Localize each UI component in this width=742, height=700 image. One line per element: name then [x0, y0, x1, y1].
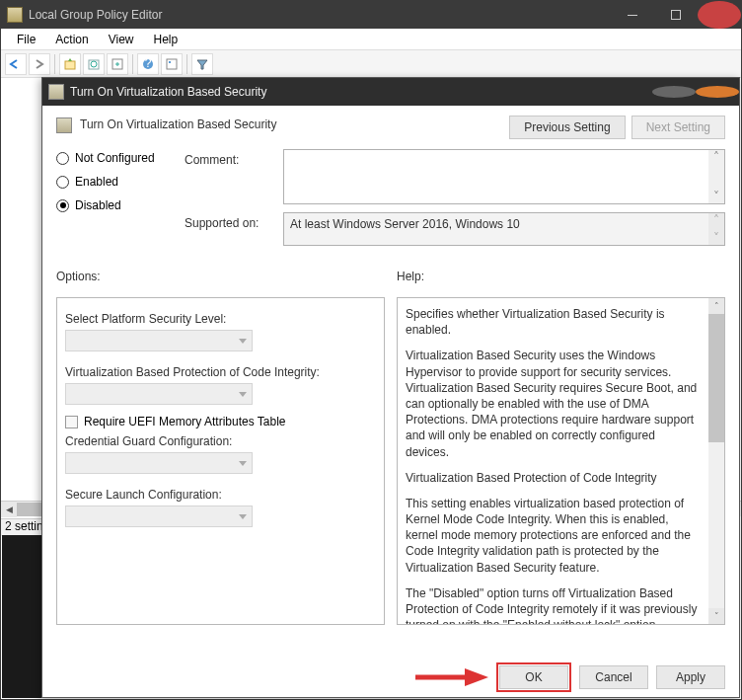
svg-marker-9: [465, 668, 488, 686]
option-securelaunch-label: Secure Launch Configuration:: [65, 488, 376, 502]
refresh-button[interactable]: [83, 53, 105, 75]
help-text: This setting enables virtualization base…: [406, 496, 701, 576]
scroll-up-icon[interactable]: ˄: [708, 298, 724, 314]
minimize-button[interactable]: [611, 1, 654, 29]
ok-highlight-box: OK: [496, 662, 571, 692]
supported-on-text: At least Windows Server 2016, Windows 10: [290, 217, 520, 231]
maximize-button[interactable]: [654, 1, 698, 29]
close-button[interactable]: [698, 1, 741, 29]
platform-level-combo[interactable]: [65, 330, 253, 351]
radio-disabled[interactable]: Disabled: [56, 198, 185, 212]
comment-label: Comment:: [185, 149, 283, 204]
comment-scrollbar[interactable]: ˄˅: [708, 150, 724, 203]
properties-button[interactable]: [161, 53, 183, 75]
annotation-arrow-icon: [411, 664, 490, 690]
help-text: Specifies whether Virtualization Based S…: [406, 306, 701, 338]
svg-rect-6: [167, 59, 177, 69]
comment-textarea[interactable]: ˄˅: [283, 149, 725, 204]
policy-icon: [56, 117, 72, 133]
securelaunch-combo[interactable]: [65, 506, 253, 527]
option-platform-level-label: Select Platform Security Level:: [65, 312, 376, 326]
dialog-icon: [48, 84, 64, 100]
help-text: Virtualization Based Security uses the W…: [406, 348, 701, 459]
filter-button[interactable]: [191, 53, 213, 75]
scroll-thumb[interactable]: [708, 314, 724, 442]
option-credguard-label: Credential Guard Configuration:: [65, 434, 376, 448]
menu-file[interactable]: File: [7, 31, 45, 48]
toolbar: ?: [1, 50, 741, 78]
uefi-checkbox-label: Require UEFI Memory Attributes Table: [84, 415, 286, 428]
menu-view[interactable]: View: [99, 31, 144, 48]
radio-label: Enabled: [75, 175, 118, 189]
export-button[interactable]: [107, 53, 128, 75]
parent-titlebar[interactable]: Local Group Policy Editor: [1, 1, 741, 29]
dialog-title: Turn On Virtualization Based Security: [70, 85, 652, 99]
previous-setting-button[interactable]: Previous Setting: [509, 116, 625, 139]
dialog-close-button[interactable]: [696, 78, 739, 106]
option-vbpci-label: Virtualization Based Protection of Code …: [65, 365, 376, 379]
svg-rect-7: [169, 61, 171, 63]
help-scrollbar[interactable]: ˄ ˅: [708, 298, 724, 624]
vbpci-combo[interactable]: [65, 383, 253, 405]
dialog-footer: OK Cancel Apply: [42, 658, 739, 697]
help-label: Help:: [397, 270, 725, 283]
app-icon: [7, 7, 23, 23]
menu-action[interactable]: Action: [45, 31, 98, 48]
next-setting-button: Next Setting: [631, 116, 725, 139]
help-text: Virtualization Based Protection of Code …: [406, 470, 701, 486]
forward-button[interactable]: [29, 53, 50, 75]
options-panel: Select Platform Security Level: Virtuali…: [56, 297, 385, 625]
parent-window-title: Local Group Policy Editor: [29, 8, 611, 22]
dialog-titlebar[interactable]: Turn On Virtualization Based Security: [42, 78, 739, 106]
scroll-left-icon[interactable]: ◀: [1, 502, 17, 517]
up-button[interactable]: [59, 53, 81, 75]
uefi-checkbox[interactable]: Require UEFI Memory Attributes Table: [65, 415, 376, 428]
back-button[interactable]: [5, 53, 27, 75]
supported-on-field: At least Windows Server 2016, Windows 10…: [283, 212, 725, 246]
help-text: The "Disabled" option turns off Virtuali…: [406, 585, 701, 625]
credguard-combo[interactable]: [65, 452, 253, 474]
radio-enabled[interactable]: Enabled: [56, 175, 185, 189]
radio-label: Not Configured: [75, 151, 155, 165]
cancel-button[interactable]: Cancel: [579, 665, 648, 689]
supported-label: Supported on:: [185, 212, 283, 246]
radio-not-configured[interactable]: Not Configured: [56, 151, 185, 165]
options-label: Options:: [56, 270, 385, 283]
menubar: File Action View Help: [1, 29, 741, 50]
help-panel: Specifies whether Virtualization Based S…: [397, 297, 725, 625]
help-button[interactable]: ?: [137, 53, 159, 75]
svg-rect-0: [65, 61, 75, 69]
policy-dialog: Turn On Virtualization Based Security Tu…: [41, 77, 740, 698]
ok-button[interactable]: OK: [499, 665, 568, 689]
scroll-down-icon[interactable]: ˅: [708, 608, 724, 624]
apply-button[interactable]: Apply: [656, 665, 725, 689]
menu-help[interactable]: Help: [144, 31, 188, 48]
dialog-minimize-button[interactable]: [652, 78, 696, 106]
radio-label: Disabled: [75, 198, 121, 212]
policy-heading: Turn On Virtualization Based Security: [80, 116, 509, 131]
svg-text:?: ?: [145, 57, 152, 70]
supported-scrollbar: ˄˅: [708, 213, 724, 245]
